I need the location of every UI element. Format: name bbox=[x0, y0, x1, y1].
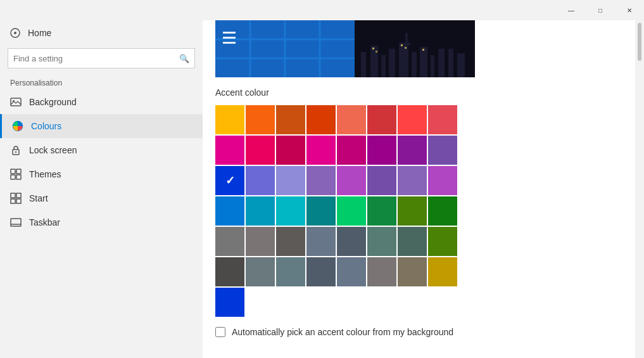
color-swatch[interactable] bbox=[276, 166, 305, 195]
svg-rect-38 bbox=[372, 48, 374, 49]
color-row-3 bbox=[215, 166, 622, 195]
auto-accent-label: Automatically pick an accent colour from… bbox=[232, 327, 453, 337]
color-swatch[interactable] bbox=[337, 196, 366, 226]
svg-rect-28 bbox=[389, 49, 395, 77]
color-row-5 bbox=[215, 227, 622, 256]
color-swatch[interactable] bbox=[246, 166, 275, 195]
color-swatch-custom[interactable] bbox=[215, 288, 244, 317]
lock-screen-label: Lock screen bbox=[29, 145, 77, 155]
color-swatch[interactable] bbox=[428, 227, 457, 256]
color-swatch[interactable] bbox=[215, 227, 244, 256]
color-swatch[interactable] bbox=[398, 196, 427, 226]
color-swatch[interactable] bbox=[276, 227, 305, 256]
color-swatch[interactable] bbox=[215, 136, 244, 165]
color-swatch[interactable] bbox=[367, 196, 396, 226]
color-swatch[interactable] bbox=[398, 227, 427, 256]
home-label: Home bbox=[28, 28, 51, 38]
color-swatch[interactable] bbox=[215, 105, 244, 134]
color-row-7 bbox=[215, 288, 622, 317]
sidebar-item-start[interactable]: Start bbox=[0, 186, 203, 210]
color-row-6 bbox=[215, 257, 622, 286]
color-swatch[interactable] bbox=[306, 166, 336, 195]
color-swatch[interactable] bbox=[306, 257, 336, 286]
svg-rect-37 bbox=[403, 42, 410, 45]
color-swatch[interactable] bbox=[276, 136, 305, 165]
color-swatch[interactable] bbox=[246, 196, 275, 226]
scrollbar-track[interactable] bbox=[635, 20, 644, 358]
color-swatch[interactable] bbox=[428, 136, 457, 165]
color-swatch[interactable] bbox=[367, 136, 396, 165]
svg-rect-39 bbox=[376, 51, 377, 53]
color-swatch[interactable] bbox=[367, 227, 396, 256]
svg-rect-25 bbox=[361, 52, 366, 77]
sidebar-item-themes[interactable]: Themes bbox=[0, 162, 203, 186]
color-swatch[interactable] bbox=[398, 257, 427, 286]
color-swatch[interactable] bbox=[428, 166, 457, 195]
color-swatch[interactable] bbox=[337, 166, 366, 195]
svg-rect-15 bbox=[11, 219, 21, 226]
svg-rect-10 bbox=[16, 175, 21, 179]
svg-rect-31 bbox=[420, 47, 427, 77]
sidebar-item-lock-screen[interactable]: Lock screen bbox=[0, 138, 203, 162]
color-swatch[interactable] bbox=[337, 105, 366, 134]
svg-rect-35 bbox=[457, 53, 465, 77]
color-swatch[interactable] bbox=[276, 196, 305, 226]
maximize-button[interactable]: □ bbox=[586, 0, 615, 20]
color-swatch[interactable] bbox=[337, 227, 366, 256]
color-swatch[interactable] bbox=[246, 257, 275, 286]
color-swatch[interactable] bbox=[398, 166, 427, 195]
close-button[interactable]: ✕ bbox=[615, 0, 644, 20]
svg-rect-27 bbox=[381, 55, 386, 77]
svg-rect-14 bbox=[16, 199, 21, 203]
sidebar-item-colours[interactable]: Colours bbox=[0, 114, 203, 138]
svg-rect-46 bbox=[223, 42, 236, 44]
svg-rect-13 bbox=[11, 199, 15, 203]
svg-rect-26 bbox=[370, 46, 378, 77]
color-swatch[interactable] bbox=[367, 166, 396, 195]
sidebar-item-background[interactable]: Background bbox=[0, 90, 203, 114]
color-row-2 bbox=[215, 136, 622, 165]
color-swatch[interactable] bbox=[246, 105, 275, 134]
svg-rect-12 bbox=[16, 193, 21, 198]
color-swatch[interactable] bbox=[337, 257, 366, 286]
color-swatch[interactable] bbox=[398, 105, 427, 134]
auto-accent-checkbox[interactable] bbox=[215, 327, 225, 337]
color-swatch[interactable] bbox=[367, 257, 396, 286]
svg-rect-7 bbox=[11, 169, 15, 174]
scrollbar-thumb[interactable] bbox=[638, 23, 641, 61]
svg-rect-44 bbox=[223, 32, 236, 34]
color-swatch[interactable] bbox=[276, 105, 305, 134]
color-swatch[interactable] bbox=[306, 227, 336, 256]
color-swatch[interactable] bbox=[215, 196, 244, 226]
color-swatch[interactable] bbox=[367, 105, 396, 134]
svg-rect-11 bbox=[11, 193, 15, 198]
search-input[interactable] bbox=[13, 54, 179, 63]
search-icon: 🔍 bbox=[179, 54, 189, 63]
svg-rect-45 bbox=[223, 37, 236, 39]
content-area: Accent colour bbox=[203, 20, 635, 358]
svg-rect-9 bbox=[11, 175, 15, 179]
color-swatch[interactable] bbox=[306, 196, 336, 226]
color-swatch[interactable] bbox=[428, 196, 457, 226]
color-swatch[interactable] bbox=[306, 105, 336, 134]
colours-icon bbox=[12, 120, 23, 132]
title-bar: — □ ✕ bbox=[0, 0, 644, 20]
svg-rect-32 bbox=[431, 55, 434, 77]
svg-rect-30 bbox=[412, 52, 417, 77]
minimize-button[interactable]: — bbox=[557, 0, 586, 20]
color-swatch[interactable] bbox=[306, 136, 336, 165]
search-box[interactable]: 🔍 bbox=[8, 48, 195, 68]
color-swatch[interactable] bbox=[246, 227, 275, 256]
color-swatch[interactable] bbox=[276, 257, 305, 286]
color-swatch[interactable] bbox=[428, 257, 457, 286]
auto-accent-row: Automatically pick an accent colour from… bbox=[215, 327, 622, 337]
home-button[interactable]: Home bbox=[0, 20, 203, 46]
color-grid bbox=[215, 105, 622, 317]
color-swatch[interactable] bbox=[215, 257, 244, 286]
color-swatch[interactable] bbox=[337, 136, 366, 165]
color-swatch[interactable] bbox=[246, 136, 275, 165]
color-swatch[interactable] bbox=[428, 105, 457, 134]
color-swatch[interactable] bbox=[398, 136, 427, 165]
color-swatch-selected[interactable] bbox=[215, 166, 244, 195]
sidebar-item-taskbar[interactable]: Taskbar bbox=[0, 210, 203, 234]
